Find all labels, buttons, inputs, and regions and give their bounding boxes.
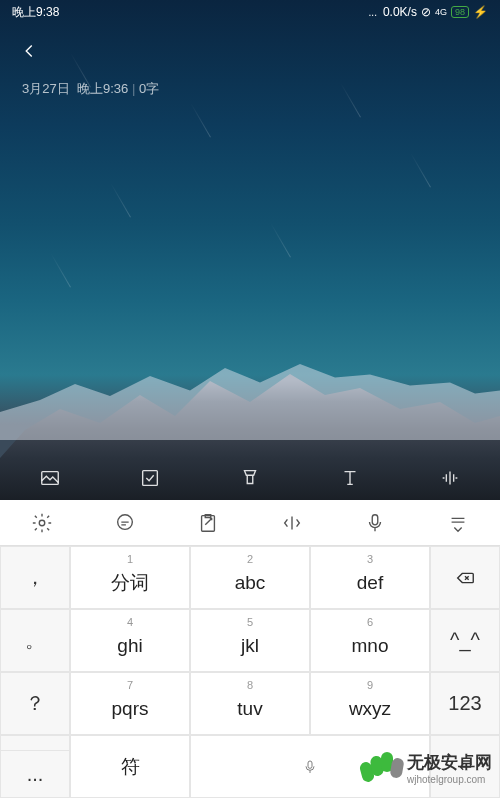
key-1[interactable]: 1分词 — [70, 546, 190, 609]
key-7[interactable]: 7pqrs — [70, 672, 190, 735]
battery-icon: 98 — [451, 6, 469, 18]
note-date: 3月27日 — [22, 81, 70, 96]
chat-icon[interactable] — [113, 511, 137, 535]
note-metadata: 3月27日 晚上9:36 | 0字 — [22, 80, 159, 98]
space-key[interactable] — [190, 735, 430, 798]
svg-rect-6 — [308, 761, 312, 768]
key-3[interactable]: 3def — [310, 546, 430, 609]
svg-rect-5 — [372, 514, 378, 524]
cursor-move-icon[interactable] — [280, 511, 304, 535]
collapse-keyboard-icon[interactable] — [446, 511, 470, 535]
microphone-icon[interactable] — [363, 511, 387, 535]
keyboard-grid: ， 1分词 2abc 3def 。 4ghi 5jkl 6mno ^_^ ？ 7… — [0, 546, 500, 798]
template-icon[interactable] — [239, 467, 261, 493]
charging-icon: ⚡ — [473, 5, 488, 19]
symbol-key[interactable]: 符 — [70, 735, 190, 798]
keyboard: ， 1分词 2abc 3def 。 4ghi 5jkl 6mno ^_^ ？ 7… — [0, 500, 500, 798]
status-time: 晚上9:38 — [12, 4, 59, 21]
clipboard-icon[interactable] — [196, 511, 220, 535]
key-6[interactable]: 6mno — [310, 609, 430, 672]
question-key[interactable]: ？ — [0, 672, 70, 735]
comma-key[interactable]: ， — [0, 546, 70, 609]
status-bar: 晚上9:38 ... 0.0K/s ⊘ 4G 98 ⚡ — [0, 0, 500, 24]
back-button[interactable] — [18, 40, 40, 68]
enter-key[interactable] — [430, 735, 500, 798]
note-toolbar — [0, 460, 500, 500]
period-key[interactable]: 。 — [0, 609, 70, 672]
note-time: 晚上9:36 — [77, 81, 128, 96]
key-8[interactable]: 8tuv — [190, 672, 310, 735]
key-9[interactable]: 9wxyz — [310, 672, 430, 735]
emoticon-key[interactable]: ^_^ — [430, 609, 500, 672]
keyboard-toolbar — [0, 500, 500, 546]
settings-icon[interactable] — [30, 511, 54, 535]
dnd-icon: ⊘ — [421, 5, 431, 19]
svg-point-2 — [39, 520, 45, 526]
key-5[interactable]: 5jkl — [190, 609, 310, 672]
note-char-count: 0字 — [139, 81, 159, 96]
signal-icon: 4G — [435, 7, 447, 17]
status-right: ... 0.0K/s ⊘ 4G 98 ⚡ — [369, 5, 488, 19]
backspace-key[interactable] — [430, 546, 500, 609]
network-speed: 0.0K/s — [383, 5, 417, 19]
key-4[interactable]: 4ghi — [70, 609, 190, 672]
svg-rect-1 — [143, 471, 158, 486]
voice-wave-icon[interactable] — [439, 467, 461, 493]
more-key[interactable]: ... — [0, 750, 70, 798]
wallpaper-background — [0, 0, 500, 500]
key-2[interactable]: 2abc — [190, 546, 310, 609]
image-icon[interactable] — [39, 467, 61, 493]
text-format-icon[interactable] — [339, 467, 361, 493]
checkbox-icon[interactable] — [139, 467, 161, 493]
numeric-key[interactable]: 123 — [430, 672, 500, 735]
